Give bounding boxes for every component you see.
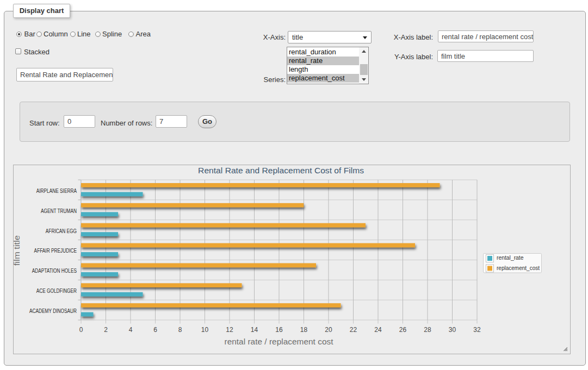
svg-text:30: 30 bbox=[449, 326, 456, 334]
svg-text:AIRPLANE SIERRA: AIRPLANE SIERRA bbox=[36, 188, 77, 194]
svg-text:ADAPTATION HOLES: ADAPTATION HOLES bbox=[32, 268, 77, 274]
svg-text:film title: film title bbox=[14, 235, 21, 266]
svg-text:14: 14 bbox=[251, 326, 258, 334]
svg-text:2: 2 bbox=[104, 326, 108, 334]
svg-text:ACE GOLDFINGER: ACE GOLDFINGER bbox=[36, 288, 77, 294]
svg-text:rental_rate: rental_rate bbox=[497, 254, 524, 261]
svg-text:0: 0 bbox=[79, 326, 83, 334]
svg-text:AGENT TRUMAN: AGENT TRUMAN bbox=[41, 208, 77, 214]
svg-text:rental rate / replacement cost: rental rate / replacement cost bbox=[225, 337, 334, 346]
svg-text:Rental Rate and Replacement Co: Rental Rate and Replacement Cost of Film… bbox=[198, 166, 364, 175]
svg-text:32: 32 bbox=[473, 326, 481, 334]
svg-text:26: 26 bbox=[399, 326, 407, 334]
svg-text:8: 8 bbox=[178, 326, 182, 334]
svg-text:ACADEMY DINOSAUR: ACADEMY DINOSAUR bbox=[29, 308, 77, 314]
svg-text:20: 20 bbox=[325, 326, 332, 334]
svg-text:10: 10 bbox=[201, 326, 209, 334]
svg-text:24: 24 bbox=[374, 326, 382, 334]
svg-text:16: 16 bbox=[275, 326, 283, 334]
svg-text:AFRICAN EGG: AFRICAN EGG bbox=[46, 228, 77, 234]
svg-text:4: 4 bbox=[129, 326, 133, 334]
svg-text:12: 12 bbox=[226, 326, 233, 334]
svg-text:replacement_cost: replacement_cost bbox=[497, 265, 540, 271]
svg-text:28: 28 bbox=[424, 326, 431, 334]
svg-text:18: 18 bbox=[300, 326, 308, 334]
svg-text:6: 6 bbox=[153, 326, 157, 334]
svg-text:22: 22 bbox=[350, 326, 357, 334]
svg-text:AFFAIR PREJUDICE: AFFAIR PREJUDICE bbox=[34, 248, 77, 254]
